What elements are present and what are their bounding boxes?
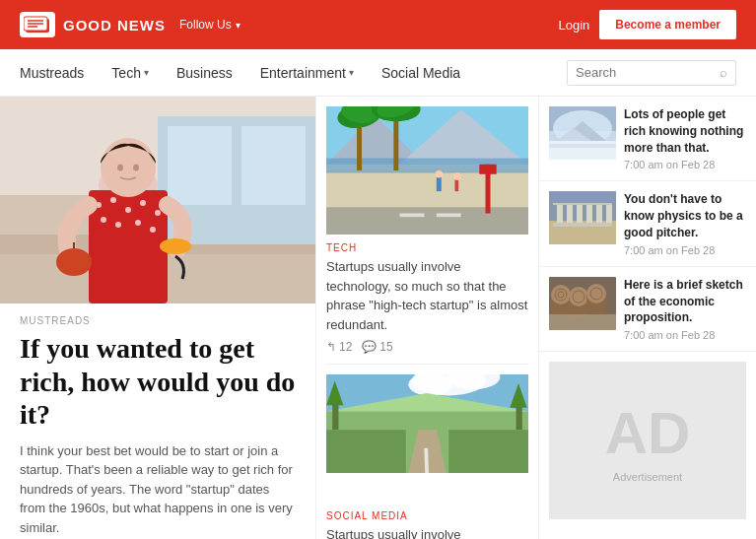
article-category-1: TECH	[326, 242, 528, 253]
svg-point-23	[56, 248, 92, 276]
article-excerpt-2: Startups usually involve technology, so …	[326, 525, 528, 539]
hero-text-area: MUSTREADS If you wanted to get rich, how…	[0, 303, 315, 539]
svg-rect-79	[586, 203, 592, 225]
side-img-2	[549, 191, 616, 244]
svg-rect-65	[448, 430, 528, 473]
article-card-2: SOCIAL MEDIA Startups usually involve te…	[326, 365, 528, 539]
logo-area: GOOD NEWS	[20, 12, 166, 37]
nav-item-mustreads[interactable]: Mustreads	[20, 49, 98, 97]
hero-title: If you wanted to get rich, how would you…	[20, 332, 296, 432]
nav-item-entertainment[interactable]: Entertainment ▾	[246, 49, 368, 97]
svg-point-91	[569, 287, 588, 306]
hero-img-placeholder	[0, 97, 315, 303]
side-article-3: Here is a brief sketch of the economic p…	[539, 267, 756, 352]
side-title-3: Here is a brief sketch of the economic p…	[624, 277, 746, 326]
svg-rect-50	[479, 165, 496, 174]
side-content-1: Lots of people get rich knowing nothing …	[624, 106, 746, 170]
article-card-1: TECH Startups usually involve technology…	[326, 97, 528, 365]
article-img-2	[326, 374, 528, 503]
side-time-1: 7:00 am on Feb 28	[624, 159, 746, 170]
follow-chevron-icon: ▾	[236, 20, 241, 31]
search-box[interactable]: ⌕	[567, 60, 736, 86]
nav-mustreads-label: Mustreads	[20, 49, 84, 97]
share-icon: ↰	[326, 340, 336, 354]
svg-point-16	[125, 207, 131, 213]
svg-point-17	[140, 200, 146, 206]
svg-rect-46	[326, 207, 528, 235]
svg-rect-81	[606, 203, 612, 225]
svg-point-18	[155, 210, 161, 216]
follow-us-button[interactable]: Follow Us ▾	[179, 18, 241, 32]
side-content-2: You don't have to know physics to be a g…	[624, 191, 746, 255]
article-excerpt-1: Startups usually involve technology, so …	[326, 257, 528, 334]
side-title-1: Lots of people get rich knowing nothing …	[624, 106, 746, 156]
main-nav: Mustreads Tech ▾ Business Entertainment …	[0, 49, 756, 97]
nav-item-tech[interactable]: Tech ▾	[98, 49, 163, 97]
svg-rect-82	[553, 223, 612, 227]
side-img-3	[549, 277, 616, 330]
search-icon: ⌕	[720, 65, 727, 81]
svg-point-43	[436, 170, 443, 177]
svg-rect-47	[400, 213, 425, 217]
svg-rect-84	[549, 191, 616, 203]
nav-entertainment-label: Entertainment	[260, 49, 346, 97]
side-content-3: Here is a brief sketch of the economic p…	[624, 277, 746, 341]
share-number: 12	[339, 340, 352, 354]
entertainment-chevron-icon: ▾	[349, 49, 354, 97]
side-time-3: 7:00 am on Feb 28	[624, 329, 746, 341]
svg-rect-95	[549, 314, 616, 330]
logo-text: GOOD NEWS	[63, 17, 166, 34]
side-img-1	[549, 106, 616, 160]
svg-point-55	[408, 374, 452, 395]
header-right: Login Become a member	[558, 10, 736, 39]
follow-label: Follow Us	[179, 18, 232, 32]
nav-links: Mustreads Tech ▾ Business Entertainment …	[20, 49, 567, 97]
article-category-2: SOCIAL MEDIA	[326, 510, 528, 521]
nav-item-social-media[interactable]: Social Media	[368, 49, 474, 97]
hero-column: MUSTREADS If you wanted to get rich, how…	[0, 97, 315, 539]
become-member-button[interactable]: Become a member	[599, 10, 736, 39]
article-img-1	[326, 106, 528, 235]
svg-rect-42	[437, 176, 442, 191]
header-left: GOOD NEWS Follow Us ▾	[20, 12, 241, 37]
svg-point-19	[101, 217, 106, 223]
svg-rect-77	[567, 203, 573, 225]
svg-rect-10	[168, 126, 232, 205]
svg-point-28	[133, 165, 139, 171]
ad-text: AD	[605, 399, 691, 467]
svg-point-27	[117, 165, 123, 171]
ad-label: Advertisement	[613, 471, 682, 483]
comment-icon: 💬	[362, 340, 377, 354]
nav-tech-label: Tech	[111, 49, 141, 97]
ad-block: AD Advertisement	[549, 362, 746, 519]
svg-rect-71	[549, 141, 616, 160]
svg-point-26	[101, 138, 156, 197]
svg-rect-48	[437, 213, 461, 217]
nav-item-business[interactable]: Business	[163, 49, 246, 97]
side-article-1: Lots of people get rich knowing nothing …	[539, 97, 756, 181]
svg-rect-35	[326, 159, 528, 173]
svg-rect-44	[454, 179, 458, 191]
svg-point-21	[135, 220, 141, 226]
tech-chevron-icon: ▾	[144, 49, 149, 97]
hero-image	[0, 97, 315, 303]
middle-column: TECH Startups usually involve technology…	[315, 97, 539, 539]
svg-point-22	[150, 227, 156, 233]
side-article-2: You don't have to know physics to be a g…	[539, 181, 756, 266]
hero-category: MUSTREADS	[20, 315, 296, 326]
svg-point-20	[115, 222, 121, 228]
svg-rect-78	[577, 203, 583, 225]
svg-point-94	[586, 284, 606, 303]
svg-point-45	[453, 172, 460, 179]
nav-business-label: Business	[176, 49, 233, 97]
hero-excerpt: I think your best bet would be to start …	[20, 441, 296, 538]
comment-number: 15	[379, 340, 392, 354]
comment-count: 💬 15	[362, 340, 392, 354]
logo-icon	[20, 12, 55, 37]
nav-social-label: Social Media	[381, 49, 460, 97]
main-content: MUSTREADS If you wanted to get rich, how…	[0, 97, 756, 539]
svg-point-88	[551, 285, 571, 304]
search-input[interactable]	[576, 65, 714, 80]
login-button[interactable]: Login	[558, 18, 589, 33]
svg-rect-64	[326, 430, 406, 473]
